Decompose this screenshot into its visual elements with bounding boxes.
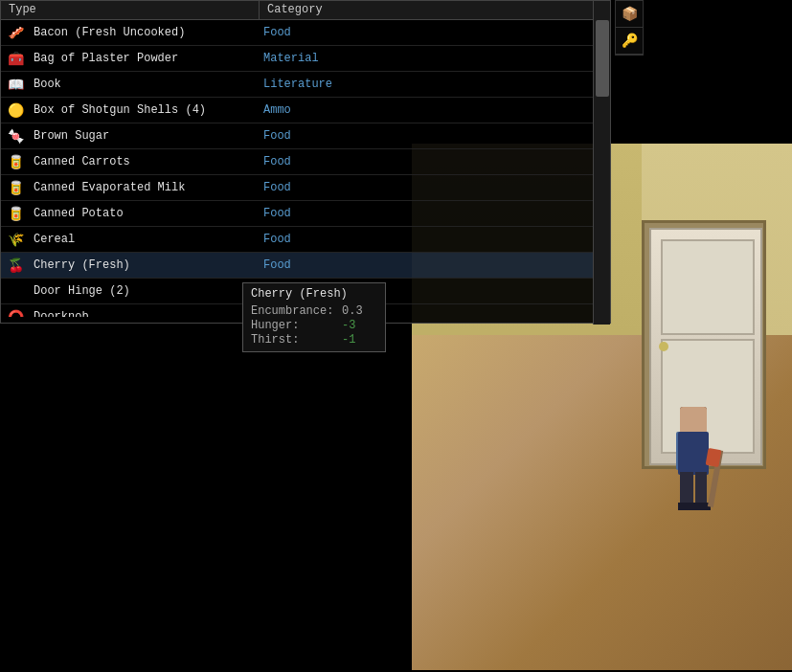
tooltip-thirst-label: Thirst: (251, 333, 342, 347)
char-head (680, 407, 707, 434)
item-icon-9: 🍒 (1, 253, 30, 279)
inventory-panel: Type Category 🥓Bacon (Fresh Uncooked)Foo… (0, 0, 611, 324)
inventory-scrollbar[interactable] (593, 1, 610, 325)
quick-icons-panel: 📦 🔑 (615, 0, 644, 56)
inventory-row-2[interactable]: 📖BookLiterature (1, 72, 610, 98)
item-category-7: Food (260, 207, 610, 220)
door-knob-visual (659, 342, 668, 351)
inventory-header: Type Category (1, 1, 610, 20)
item-category-6: Food (260, 181, 610, 194)
item-icon-8: 🌾 (1, 227, 30, 253)
item-name-2: Book (30, 78, 260, 91)
tooltip-encumbrance-row: Encumbrance: 0.3 (251, 304, 377, 318)
item-icon-2: 📖 (1, 72, 30, 98)
item-icon-11: ⭕ (1, 304, 30, 318)
item-name-8: Cereal (30, 233, 260, 246)
item-category-9: Food (260, 258, 610, 272)
item-icon-7: 🥫 (1, 201, 30, 227)
item-category-0: Food (260, 26, 610, 39)
item-tooltip: Cherry (Fresh) Encumbrance: 0.3 Hunger: … (242, 282, 386, 352)
game-background: Type Category 🥓Bacon (Fresh Uncooked)Foo… (0, 0, 792, 672)
inventory-row-8[interactable]: 🌾CerealFood (1, 227, 610, 253)
header-type: Type (1, 1, 260, 19)
tooltip-title: Cherry (Fresh) (251, 287, 377, 301)
inventory-row-5[interactable]: 🥫Canned CarrotsFood (1, 149, 610, 175)
tooltip-hunger-row: Hunger: -3 (251, 319, 377, 332)
quick-icon-key[interactable]: 🔑 (616, 28, 643, 55)
item-category-3: Ammo (260, 103, 610, 117)
inventory-list[interactable]: 🥓Bacon (Fresh Uncooked)Food🧰Bag of Plast… (1, 20, 610, 317)
item-icon-10: ⚙ (1, 279, 30, 304)
inventory-row-0[interactable]: 🥓Bacon (Fresh Uncooked)Food (1, 20, 610, 46)
tooltip-encumbrance-value: 0.3 (342, 304, 363, 318)
item-icon-6: 🥫 (1, 175, 30, 201)
item-category-1: Material (260, 52, 610, 65)
item-name-10: Door Hinge (2) (30, 284, 260, 298)
item-category-2: Literature (260, 78, 610, 91)
dark-overlay-left (0, 324, 412, 672)
inventory-row-4[interactable]: 🍬Brown SugarFood (1, 123, 610, 149)
char-feet-left (678, 503, 695, 510)
tooltip-thirst-value: -1 (342, 333, 355, 347)
item-category-8: Food (260, 233, 610, 246)
item-name-7: Canned Potato (30, 207, 260, 220)
inventory-row-3[interactable]: 🟡Box of Shotgun Shells (4)Ammo (1, 98, 610, 123)
char-body (678, 432, 709, 475)
item-name-1: Bag of Plaster Powder (30, 52, 260, 65)
quick-icon-box[interactable]: 📦 (616, 1, 643, 28)
item-category-4: Food (260, 129, 610, 143)
item-name-6: Canned Evaporated Milk (30, 181, 260, 194)
item-name-9: Cherry (Fresh) (30, 258, 260, 272)
item-name-5: Canned Carrots (30, 155, 260, 168)
door-panel-top (661, 239, 755, 335)
inventory-row-9[interactable]: 🍒Cherry (Fresh)Food (1, 253, 610, 279)
item-icon-0: 🥓 (1, 20, 30, 46)
tooltip-hunger-label: Hunger: (251, 319, 342, 332)
tooltip-encumbrance-label: Encumbrance: (251, 304, 342, 318)
char-legs-left (680, 472, 693, 505)
item-category-5: Food (260, 155, 610, 168)
scrollbar-thumb[interactable] (596, 20, 609, 97)
inventory-row-6[interactable]: 🥫Canned Evaporated MilkFood (1, 175, 610, 201)
tooltip-thirst-row: Thirst: -1 (251, 333, 377, 347)
item-icon-5: 🥫 (1, 149, 30, 175)
item-icon-3: 🟡 (1, 98, 30, 123)
inventory-row-1[interactable]: 🧰Bag of Plaster PowderMaterial (1, 46, 610, 72)
header-category: Category (260, 1, 610, 19)
tooltip-hunger-value: -3 (342, 319, 355, 332)
item-name-4: Brown Sugar (30, 129, 260, 143)
inventory-row-7[interactable]: 🥫Canned PotatoFood (1, 201, 610, 227)
item-icon-4: 🍬 (1, 123, 30, 149)
player-character (670, 407, 718, 522)
item-name-11: Doorknob (30, 310, 260, 317)
char-legs-right (695, 472, 707, 505)
item-icon-1: 🧰 (1, 46, 30, 72)
item-name-0: Bacon (Fresh Uncooked) (30, 26, 260, 39)
item-name-3: Box of Shotgun Shells (4) (30, 103, 260, 117)
